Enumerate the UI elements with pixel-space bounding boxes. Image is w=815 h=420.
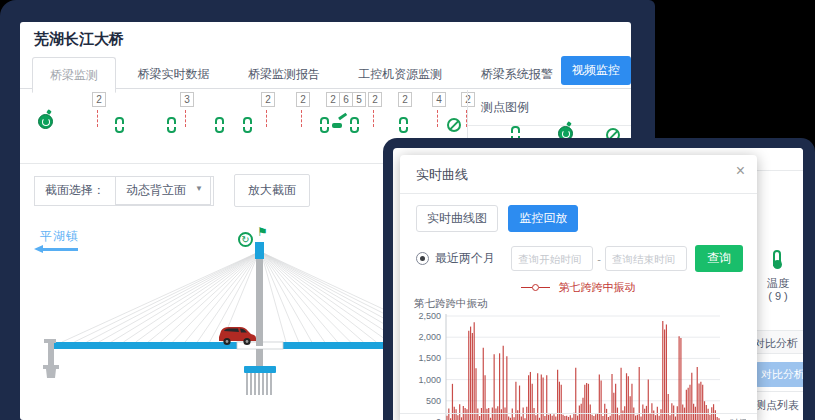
pier-cap: [244, 366, 276, 373]
realtime-curve-modal: 实时曲线 × 实时曲线图 监控回放 最近两个月 - 查询: [400, 155, 757, 420]
tab-monitor-report[interactable]: 桥梁监测报告: [231, 57, 337, 91]
legend-series-label: 第七跨跨中振动: [559, 281, 636, 293]
svg-text:1,000: 1,000: [418, 375, 441, 385]
query-button[interactable]: 查询: [695, 245, 743, 272]
tab-system-alarm[interactable]: 桥梁系统报警: [464, 57, 570, 91]
recent-two-months-label: 最近两个月: [435, 250, 495, 267]
chart-plot: 05001,0001,5002,0002,5002018-09-30 16:01…: [414, 312, 746, 420]
section-select-value: 动态背立面: [126, 183, 186, 197]
tab-ipc-resource[interactable]: 工控机资源监测: [341, 57, 459, 91]
compare-analysis-header: 对比分析: [753, 330, 803, 354]
sensor-dash-line: [437, 110, 438, 127]
recent-two-months-radio[interactable]: [416, 252, 429, 265]
popup-window: 温度 ( 9 ) 对比分析 对比分析 测点列表 实时曲线 × 实时曲线图 监控回…: [383, 138, 815, 420]
divider: [753, 170, 803, 171]
video-monitor-button[interactable]: 视频监控: [561, 56, 631, 85]
sensor-dash-line: [373, 110, 374, 127]
sensor-dash-line: [185, 110, 186, 127]
bridge-side-label: 平湖镇: [40, 228, 79, 245]
date-range-separator: -: [597, 253, 601, 265]
sensor-count-badge[interactable]: 2: [261, 92, 275, 107]
bridge-tower: [256, 246, 263, 346]
svg-text:2,000: 2,000: [418, 332, 441, 342]
sensor-dash-line: [97, 110, 98, 127]
sensor-count-badge[interactable]: 2: [398, 92, 412, 107]
sensor-count-badge[interactable]: 2: [296, 92, 310, 107]
sensor-count-badge[interactable]: 5: [352, 92, 366, 107]
modal-tabbar: 实时曲线图 监控回放: [400, 194, 757, 232]
sensor-chain-icon[interactable]: [167, 117, 176, 133]
main-tabbar: 桥梁监测 桥梁实时数据 桥梁监测报告 工控机资源监测 桥梁系统报警: [20, 56, 631, 89]
tab-realtime-curve[interactable]: 实时曲线图: [416, 205, 498, 232]
page-title: 芜湖长江大桥: [34, 30, 124, 49]
sensor-chain-icon[interactable]: [399, 117, 408, 133]
point-list-label: 测点列表: [753, 398, 803, 413]
sensor-chain-icon[interactable]: [243, 117, 252, 133]
svg-text:2,500: 2,500: [418, 312, 441, 321]
tab-monitor-playback[interactable]: 监控回放: [508, 205, 578, 232]
svg-text:500: 500: [426, 396, 441, 406]
sensor-count-badge[interactable]: 3: [180, 92, 194, 107]
screen: 芜湖长江大桥 桥梁监测 桥梁实时数据 桥梁监测报告 工控机资源监测 桥梁系统报警…: [0, 0, 815, 420]
tab-bridge-monitor[interactable]: 桥梁监测: [32, 57, 116, 93]
tower-refresh-icon[interactable]: ↻: [238, 232, 253, 247]
sensor-count-badge[interactable]: 4: [432, 92, 446, 107]
chevron-down-icon: ▼: [195, 184, 203, 193]
stopwatch-icon[interactable]: [38, 114, 53, 129]
pier-piles: [246, 373, 272, 395]
sensor-dash-line: [301, 110, 302, 127]
legend-marker: [521, 287, 532, 288]
query-controls: 最近两个月 - 查询: [416, 245, 743, 272]
divider: [753, 391, 803, 392]
close-icon[interactable]: ×: [736, 162, 745, 180]
underlying-right-panel: 温度 ( 9 ) 对比分析 对比分析 测点列表: [753, 148, 803, 420]
section-select-row: 截面选择： 动态背立面 ▼ 放大截面: [34, 174, 310, 207]
svg-text:1,500: 1,500: [418, 353, 441, 363]
zoom-section-button[interactable]: 放大截面: [234, 174, 310, 207]
section-select-label: 截面选择：: [35, 182, 115, 199]
sensor-chain-icon[interactable]: [320, 117, 329, 133]
tower-flag-icon[interactable]: ⚑: [257, 225, 268, 239]
modal-header: 实时曲线 ×: [400, 155, 757, 194]
section-select-group: 截面选择： 动态背立面 ▼: [34, 176, 214, 206]
modal-title: 实时曲线: [416, 167, 468, 182]
sensor-count-badge[interactable]: 2: [326, 92, 340, 107]
tab-realtime-data[interactable]: 桥梁实时数据: [120, 57, 226, 91]
sensor-dash-line: [266, 110, 267, 127]
modal-footer-divider: [400, 413, 757, 414]
temperature-count: ( 9 ): [753, 290, 803, 302]
tower-cap: [255, 242, 264, 259]
sensor-chain-icon[interactable]: [215, 117, 224, 133]
popup-page: 温度 ( 9 ) 对比分析 对比分析 测点列表 实时曲线 × 实时曲线图 监控回…: [393, 148, 803, 420]
sensor-count-badge[interactable]: 2: [92, 92, 106, 107]
sensor-count-badge[interactable]: 6: [339, 92, 353, 107]
thermometer-icon: [773, 250, 781, 266]
legend-panel-title: 测点图例: [468, 90, 631, 126]
chart-legend[interactable]: 第七跨跨中振动: [400, 280, 757, 295]
sensor-chain-icon[interactable]: [115, 117, 124, 133]
sensor-count-badge[interactable]: 2: [368, 92, 382, 107]
section-select[interactable]: 动态背立面 ▼: [115, 176, 211, 205]
vibration-chart: 第七跨跨中振动 05001,0001,5002,0002,5002018-09-…: [414, 297, 749, 420]
chart-y-title: 第七跨跨中振动: [414, 297, 749, 311]
compare-analysis-button[interactable]: 对比分析: [755, 362, 803, 387]
temperature-label: 温度: [753, 276, 803, 291]
query-end-time-input[interactable]: [605, 246, 687, 271]
excavator-icon[interactable]: [332, 114, 346, 128]
query-start-time-input[interactable]: [511, 246, 593, 271]
sensor-chain-icon[interactable]: [350, 117, 359, 133]
left-arrow-icon: [42, 248, 78, 251]
ban-icon[interactable]: [447, 118, 461, 132]
